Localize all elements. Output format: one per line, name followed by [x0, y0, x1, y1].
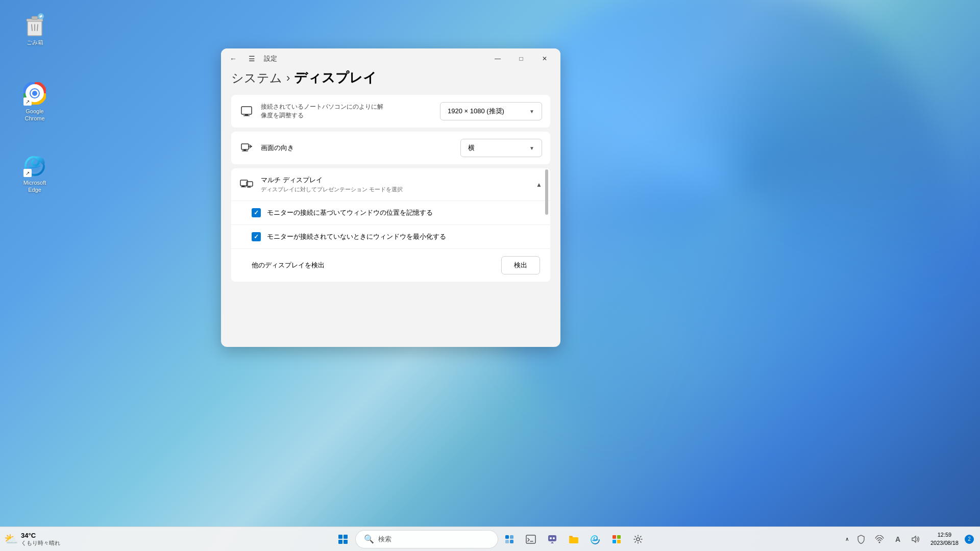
notification-badge[interactable]: 2	[965, 535, 974, 544]
svg-rect-11	[243, 115, 250, 116]
scrollbar-thumb[interactable]	[545, 169, 548, 215]
multi-display-icon	[239, 178, 254, 192]
svg-rect-35	[617, 535, 621, 539]
svg-rect-34	[612, 535, 616, 539]
edge-image: ↗	[22, 153, 47, 177]
weather-temp: 34°C	[21, 532, 60, 539]
taskbar-icon-chat[interactable]	[542, 529, 562, 549]
window-titlebar: ← ☰ 設定 — □ ✕	[221, 48, 560, 69]
multi-display-chevron[interactable]: ▲	[536, 181, 542, 188]
svg-rect-24	[344, 540, 348, 544]
desktop-icon-chrome[interactable]: ↗ Google Chrome	[14, 79, 55, 124]
detect-display-row: 他のディスプレイを検出 検出	[231, 249, 550, 282]
weather-desc: くもり時々晴れ	[21, 539, 60, 547]
recycle-bin-image	[22, 12, 47, 37]
svg-point-32	[553, 537, 555, 539]
remember-position-checkbox[interactable]: ✓	[252, 208, 261, 217]
tray-icon-network[interactable]	[871, 531, 888, 547]
multi-display-content: マルチ ディスプレイ ディスプレイに対してプレゼンテーション モードを選択	[261, 176, 529, 193]
svg-rect-25	[505, 535, 509, 539]
svg-rect-17	[241, 186, 246, 187]
multi-display-sublabel: ディスプレイに対してプレゼンテーション モードを選択	[261, 186, 529, 193]
svg-rect-2	[32, 16, 38, 19]
svg-point-39	[878, 541, 880, 543]
back-button[interactable]: ←	[225, 51, 241, 67]
window-controls: — □ ✕	[486, 51, 556, 67]
edge-shortcut-arrow: ↗	[23, 169, 32, 177]
desktop-icon-edge[interactable]: ↗ Microsoft Edge	[14, 151, 55, 196]
svg-rect-33	[569, 537, 578, 543]
svg-rect-19	[248, 186, 250, 187]
resolution-value: 980 × 551 (推奨)	[448, 107, 504, 116]
taskbar-icon-widgets[interactable]	[499, 529, 520, 549]
resolution-icon	[239, 104, 254, 118]
maximize-button[interactable]: □	[509, 51, 533, 67]
titlebar-title: 設定	[264, 54, 277, 63]
taskbar-icon-settings[interactable]	[628, 529, 648, 549]
search-icon: 🔍	[364, 534, 374, 544]
breadcrumb-parent: システム	[231, 70, 282, 86]
remember-position-label: モニターの接続に基づいてウィンドウの位置を記憶する	[267, 208, 433, 217]
hamburger-button[interactable]: ☰	[243, 51, 260, 67]
svg-rect-36	[612, 540, 616, 543]
settings-window: ← ☰ 設定 — □ ✕ システム › ディスプレイ	[221, 48, 560, 347]
svg-rect-23	[338, 540, 342, 544]
resolution-dropdown[interactable]: 980 × 551 (推奨) ▼	[440, 102, 542, 120]
system-clock[interactable]: 12:59 2023/08/18	[926, 529, 963, 549]
multi-display-card: マルチ ディスプレイ ディスプレイに対してプレゼンテーション モードを選択 ▲ …	[231, 168, 550, 282]
tray-icon-font[interactable]: A	[890, 531, 906, 547]
resolution-label: 接続されているノートパソコンにのよりに解像度を調整する	[261, 103, 433, 120]
tray-icon-security[interactable]	[853, 531, 869, 547]
minimize-disconnected-checkbox[interactable]: ✓	[252, 232, 261, 241]
detect-button[interactable]: 検出	[501, 256, 540, 274]
checkbox-minimize-disconnected[interactable]: ✓ モニターが接続されていないときにウィンドウを最小化する	[231, 225, 550, 249]
settings-list: 接続されているノートパソコンにのよりに解像度を調整する 980 × 551 …	[231, 95, 550, 337]
svg-rect-12	[241, 144, 249, 149]
titlebar-left: ← ☰ 設定	[225, 51, 277, 67]
resolution-control[interactable]: 980 × 551 (推奨) ▼	[440, 102, 542, 120]
scrollbar-track[interactable]	[545, 168, 548, 282]
search-placeholder: 検索	[378, 535, 391, 544]
orientation-control[interactable]: 横 ▼	[460, 139, 542, 157]
svg-rect-21	[338, 535, 342, 539]
weather-widget[interactable]: ⛅ 34°C くもり時々晴れ	[0, 530, 64, 549]
tray-expand-button[interactable]: ∧	[843, 533, 851, 545]
start-button[interactable]	[332, 528, 354, 550]
weather-info: 34°C くもり時々晴れ	[21, 532, 60, 547]
multi-display-header[interactable]: マルチ ディスプレイ ディスプレイに対してプレゼンテーション モードを選択 ▲	[231, 168, 550, 201]
checkbox-remember-position[interactable]: ✓ モニターの接続に基づいてウィンドウの位置を記憶する	[231, 201, 550, 225]
edge-label: Microsoft Edge	[16, 179, 53, 194]
taskbar: ⛅ 34°C くもり時々晴れ 🔍 検索	[0, 527, 980, 551]
chrome-image: ↗	[22, 81, 47, 106]
svg-rect-14	[242, 151, 248, 152]
svg-point-38	[636, 538, 640, 541]
window-content: システム › ディスプレイ	[221, 69, 560, 347]
check-icon-2: ✓	[254, 233, 259, 240]
svg-rect-28	[510, 540, 513, 543]
taskbar-icon-files[interactable]	[564, 529, 584, 549]
svg-rect-26	[510, 535, 513, 539]
weather-icon: ⛅	[4, 533, 18, 546]
orientation-dropdown[interactable]: 横 ▼	[460, 139, 542, 157]
close-button[interactable]: ✕	[533, 51, 556, 67]
search-bar[interactable]: 🔍 検索	[355, 530, 498, 548]
taskbar-icon-edge[interactable]	[585, 529, 605, 549]
svg-point-7	[32, 91, 37, 96]
svg-rect-20	[247, 187, 251, 187]
taskbar-center: 🔍 検索	[332, 528, 648, 550]
multi-display-label: マルチ ディスプレイ	[261, 176, 529, 185]
minimize-button[interactable]: —	[486, 51, 509, 67]
taskbar-icon-store[interactable]	[606, 529, 627, 549]
breadcrumb-separator: ›	[286, 71, 290, 85]
recycle-bin-label: ごみ箱	[27, 39, 43, 46]
taskbar-right: ∧ A	[843, 529, 980, 549]
taskbar-icon-terminal[interactable]	[521, 529, 541, 549]
orientation-row: 画面の向き 横 ▼	[231, 132, 550, 164]
tray-icon-volume[interactable]	[908, 531, 924, 547]
svg-rect-29	[526, 535, 535, 543]
svg-rect-37	[617, 540, 621, 543]
detect-display-label: 他のディスプレイを検出	[252, 261, 325, 270]
desktop-icon-recycle-bin[interactable]: ごみ箱	[14, 10, 55, 48]
resolution-content: 接続されているノートパソコンにのよりに解像度を調整する	[261, 103, 433, 120]
check-icon-1: ✓	[254, 209, 259, 216]
